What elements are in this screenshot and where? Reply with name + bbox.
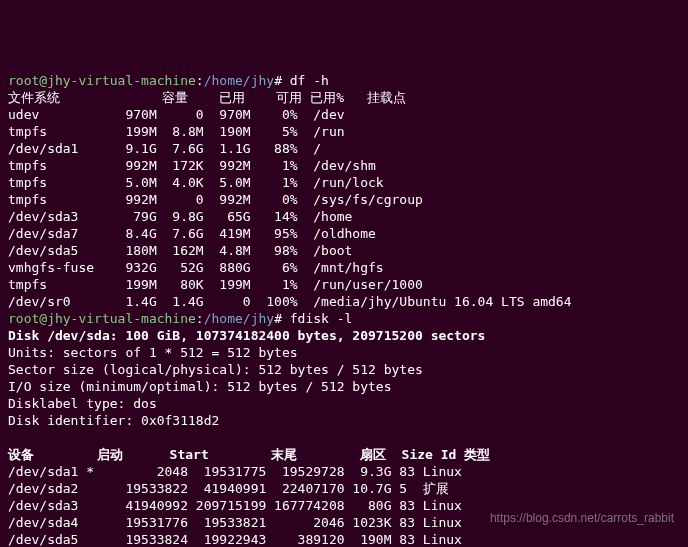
watermark: https://blog.csdn.net/carrots_rabbit xyxy=(490,510,674,527)
terminal-output: root@jhy-virtual-machine:/home/jhy# df -… xyxy=(8,72,680,547)
